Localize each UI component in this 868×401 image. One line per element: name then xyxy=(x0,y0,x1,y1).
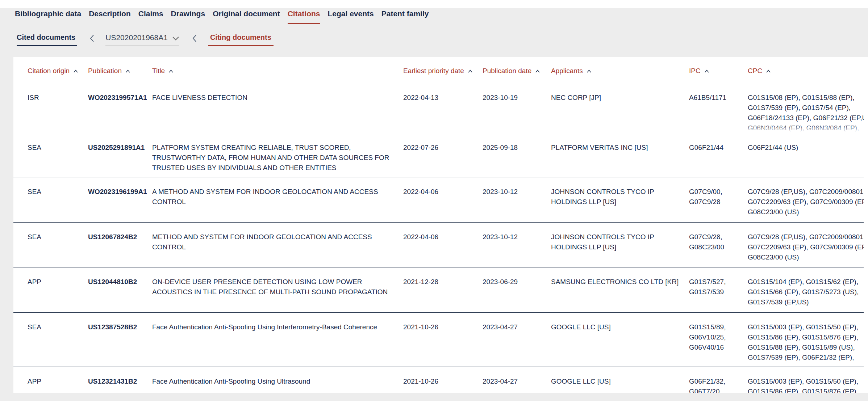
publication-number-link[interactable]: US12321431B2 xyxy=(88,367,152,393)
table-row: SEAUS12387528B2Face Authentication Anti-… xyxy=(13,312,864,367)
tab-bibliographic-data[interactable]: Bibliographic data xyxy=(15,9,81,24)
tab-claims[interactable]: Claims xyxy=(138,9,163,24)
table-row: ISRWO2023199571A1FACE LIVENESS DETECTION… xyxy=(13,83,864,133)
title-cell: METHOD AND SYSTEM FOR INDOOR GEOLOCATION… xyxy=(152,223,403,267)
tab-citations[interactable]: Citations xyxy=(288,9,320,24)
publication-number-link[interactable]: US12044810B2 xyxy=(88,267,152,312)
sort-ascending-icon xyxy=(535,69,540,73)
cpc-cell: G07C9/28 (EP,US), G07C2009/00801 (EP,US)… xyxy=(748,223,864,267)
column-header-applicants[interactable]: Applicants xyxy=(551,67,689,83)
earliest-priority-date-cell: 2022-04-06 xyxy=(403,177,483,222)
ipc-cell: A61B5/1171 xyxy=(689,83,748,133)
table-row: SEAWO2023196199A1A METHOD AND SYSTEM FOR… xyxy=(13,177,864,222)
ipc-cell: G01S15/89, G06V10/25, G06V40/16 xyxy=(689,313,748,367)
column-header-priority[interactable]: Earliest priority date xyxy=(403,67,483,83)
chevron-down-icon xyxy=(172,36,179,41)
ipc-cell: G01S7/527, G01S7/539 xyxy=(689,267,748,312)
chevron-left-icon xyxy=(89,34,95,43)
publication-selector-dropdown[interactable]: US2020201968A1 xyxy=(105,33,179,46)
tab-citing-documents[interactable]: Citing documents xyxy=(208,33,274,46)
tab-drawings[interactable]: Drawings xyxy=(171,9,205,24)
column-header-cpc[interactable]: CPC xyxy=(748,67,864,83)
sort-ascending-icon xyxy=(587,69,592,73)
column-label: CPC xyxy=(748,67,762,75)
publication-number-link[interactable]: US12387528B2 xyxy=(88,313,152,367)
earliest-priority-date-cell: 2021-10-26 xyxy=(403,367,483,393)
title-cell: Face Authentication Anti-Spoofing Using … xyxy=(152,367,403,393)
publication-number-link[interactable]: WO2023199571A1 xyxy=(88,83,152,133)
publication-date-cell: 2025-09-18 xyxy=(483,133,551,177)
column-header-pubdate[interactable]: Publication date xyxy=(483,67,551,83)
sort-ascending-icon xyxy=(766,69,771,73)
column-header-publication[interactable]: Publication xyxy=(88,67,152,83)
publication-number-link[interactable]: US12067824B2 xyxy=(88,223,152,267)
applicants-cell: NEC CORP [JP] xyxy=(551,83,689,133)
citation-origin-cell: SEA xyxy=(13,223,88,267)
tab-legal-events[interactable]: Legal events xyxy=(327,9,374,24)
citation-origin-cell: SEA xyxy=(13,177,88,222)
publication-next-button[interactable] xyxy=(192,34,197,43)
tab-cited-documents[interactable]: Cited documents xyxy=(17,33,77,46)
cpc-fade-overlay xyxy=(748,124,864,133)
cpc-cell: G06F21/44 (US) xyxy=(748,133,864,177)
sort-ascending-icon xyxy=(125,69,130,73)
earliest-priority-date-cell: 2022-07-26 xyxy=(403,133,483,177)
title-cell: Face Authentication Anti-Spoofing Using … xyxy=(152,313,403,367)
column-header-origin[interactable]: Citation origin xyxy=(13,67,88,83)
applicants-cell: SAMSUNG ELECTRONICS CO LTD [KR] xyxy=(551,267,689,312)
citation-origin-cell: SEA xyxy=(13,133,88,177)
scrollbar-gutter xyxy=(864,57,868,393)
sort-ascending-icon xyxy=(73,69,78,73)
column-label: Title xyxy=(152,67,165,75)
table-row: APPUS12321431B2Face Authentication Anti-… xyxy=(13,367,864,393)
applicants-cell: JOHNSON CONTROLS TYCO IP HOLDINGS LLP [U… xyxy=(551,223,689,267)
table-body: ISRWO2023199571A1FACE LIVENESS DETECTION… xyxy=(13,83,864,393)
citations-subnav: Cited documents US2020201968A1 Citing do… xyxy=(17,33,274,46)
tab-description[interactable]: Description xyxy=(89,9,131,24)
citation-origin-cell: ISR xyxy=(13,83,88,133)
applicants-cell: GOOGLE LLC [US] xyxy=(551,313,689,367)
column-header-ipc[interactable]: IPC xyxy=(689,67,748,83)
publication-selector-value: US2020201968A1 xyxy=(105,33,168,42)
earliest-priority-date-cell: 2022-04-13 xyxy=(403,83,483,133)
column-label: Publication date xyxy=(483,67,531,75)
applicants-cell: JOHNSON CONTROLS TYCO IP HOLDINGS LLP [U… xyxy=(551,177,689,222)
applicants-cell: GOOGLE LLC [US] xyxy=(551,367,689,393)
earliest-priority-date-cell: 2021-12-28 xyxy=(403,267,483,312)
citation-origin-cell: APP xyxy=(13,367,88,393)
cpc-cell: G01S15/003 (EP), G01S15/50 (EP), G01S15/… xyxy=(748,313,864,367)
table-row: SEAUS12067824B2METHOD AND SYSTEM FOR IND… xyxy=(13,222,864,267)
publication-number-link[interactable]: US2025291891A1 xyxy=(88,133,152,177)
earliest-priority-date-cell: 2021-10-26 xyxy=(403,313,483,367)
publication-date-cell: 2023-04-27 xyxy=(483,313,551,367)
column-label: Applicants xyxy=(551,67,583,75)
title-cell: FACE LIVENESS DETECTION xyxy=(152,83,403,133)
title-cell: A METHOD AND SYSTEM FOR INDOOR GEOLOCATI… xyxy=(152,177,403,222)
cpc-fade-overlay xyxy=(748,358,864,367)
earliest-priority-date-cell: 2022-04-06 xyxy=(403,223,483,267)
citation-origin-cell: SEA xyxy=(13,313,88,367)
column-label: Citation origin xyxy=(28,67,70,75)
column-label: Earliest priority date xyxy=(403,67,464,75)
tab-patent-family[interactable]: Patent family xyxy=(381,9,429,24)
column-header-title[interactable]: Title xyxy=(152,67,403,83)
applicants-cell: PLATFORM VERITAS INC [US] xyxy=(551,133,689,177)
column-label: IPC xyxy=(689,67,701,75)
table-row: SEAUS2025291891A1PLATFORM SYSTEM CREATIN… xyxy=(13,133,864,177)
tab-original-document[interactable]: Original document xyxy=(213,9,280,24)
ipc-cell: G07C9/28, G08C23/00 xyxy=(689,223,748,267)
publication-date-cell: 2023-04-27 xyxy=(483,367,551,393)
title-cell: PLATFORM SYSTEM CREATING RELIABLE, TRUST… xyxy=(152,133,403,177)
cpc-cell: G07C9/28 (EP,US), G07C2009/00801 (EP,US)… xyxy=(748,177,864,222)
sort-ascending-icon xyxy=(468,69,473,73)
sort-ascending-icon xyxy=(704,69,709,73)
publication-prev-button[interactable] xyxy=(89,34,95,43)
ipc-cell: G06F21/32, G06T7/20, xyxy=(689,367,748,393)
ipc-cell: G07C9/00, G07C9/28 xyxy=(689,177,748,222)
cpc-cell: G01S15/08 (EP), G01S15/88 (EP), G01S7/53… xyxy=(748,83,864,133)
citing-documents-table: Citation originPublicationTitleEarliest … xyxy=(13,57,864,393)
document-view-tabs: Bibliographic dataDescriptionClaimsDrawi… xyxy=(15,9,436,24)
citation-origin-cell: APP xyxy=(13,267,88,312)
publication-number-link[interactable]: WO2023196199A1 xyxy=(88,177,152,222)
cpc-cell: G01S15/104 (EP), G01S15/62 (EP), G01S15/… xyxy=(748,267,864,312)
